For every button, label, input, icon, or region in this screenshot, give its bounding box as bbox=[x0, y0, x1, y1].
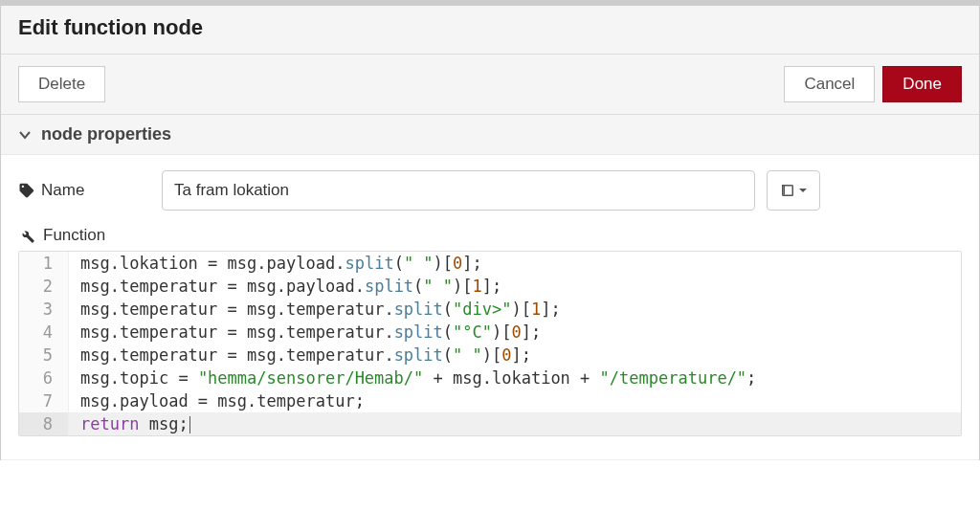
code-text[interactable]: return msg; bbox=[69, 412, 190, 435]
code-line[interactable]: 8return msg; bbox=[19, 412, 961, 435]
line-number: 4 bbox=[19, 321, 69, 344]
edit-panel: Edit function node Delete Cancel Done no… bbox=[0, 6, 980, 460]
chevron-down-icon bbox=[18, 128, 32, 142]
panel-title: Edit function node bbox=[1, 6, 979, 55]
code-text[interactable]: msg.temperatur = msg.temperatur.split("d… bbox=[69, 298, 561, 321]
code-text[interactable]: msg.temperatur = msg.temperatur.split(" … bbox=[69, 344, 531, 367]
code-text[interactable]: msg.lokation = msg.payload.split(" ")[0]… bbox=[69, 252, 482, 275]
code-line[interactable]: 6msg.topic = "hemma/sensorer/Hemab/" + m… bbox=[19, 367, 961, 389]
name-label-text: Name bbox=[41, 181, 84, 200]
done-button[interactable]: Done bbox=[882, 66, 962, 102]
name-label: Name bbox=[18, 181, 162, 200]
code-editor[interactable]: 1msg.lokation = msg.payload.split(" ")[0… bbox=[18, 251, 962, 436]
delete-button[interactable]: Delete bbox=[18, 66, 105, 102]
book-icon bbox=[779, 182, 796, 199]
code-line[interactable]: 4msg.temperatur = msg.temperatur.split("… bbox=[19, 321, 961, 344]
library-button[interactable] bbox=[767, 170, 820, 211]
code-line[interactable]: 3msg.temperatur = msg.temperatur.split("… bbox=[19, 298, 961, 321]
caret-down-icon bbox=[798, 186, 808, 195]
section-toggle[interactable]: node properties bbox=[1, 115, 979, 154]
section-title: node properties bbox=[41, 124, 171, 144]
node-properties-section: node properties Name bbox=[1, 115, 979, 460]
code-line[interactable]: 2msg.temperatur = msg.payload.split(" ")… bbox=[19, 275, 961, 298]
code-text[interactable]: msg.temperatur = msg.temperatur.split("°… bbox=[69, 321, 541, 344]
function-label: Function bbox=[18, 226, 962, 245]
function-label-text: Function bbox=[43, 226, 105, 245]
line-number: 5 bbox=[19, 344, 69, 367]
text-cursor bbox=[189, 416, 190, 433]
name-row: Name bbox=[18, 170, 962, 211]
line-number: 7 bbox=[19, 389, 69, 412]
line-number: 6 bbox=[19, 367, 69, 389]
section-body: Name Function 1msg.lokation bbox=[1, 154, 979, 459]
code-line[interactable]: 1msg.lokation = msg.payload.split(" ")[0… bbox=[19, 252, 961, 275]
code-text[interactable]: msg.topic = "hemma/sensorer/Hemab/" + ms… bbox=[69, 367, 756, 389]
code-text[interactable]: msg.payload = msg.temperatur; bbox=[69, 389, 365, 412]
code-line[interactable]: 7msg.payload = msg.temperatur; bbox=[19, 389, 961, 412]
wrench-icon bbox=[18, 227, 35, 244]
line-number: 8 bbox=[19, 412, 69, 435]
code-text[interactable]: msg.temperatur = msg.payload.split(" ")[… bbox=[69, 275, 501, 298]
action-bar: Delete Cancel Done bbox=[1, 55, 979, 115]
line-number: 2 bbox=[19, 275, 69, 298]
line-number: 3 bbox=[19, 298, 69, 321]
name-input[interactable] bbox=[162, 170, 755, 211]
tag-icon bbox=[18, 182, 35, 199]
code-line[interactable]: 5msg.temperatur = msg.temperatur.split("… bbox=[19, 344, 961, 367]
cancel-button[interactable]: Cancel bbox=[784, 66, 875, 102]
line-number: 1 bbox=[19, 252, 69, 275]
